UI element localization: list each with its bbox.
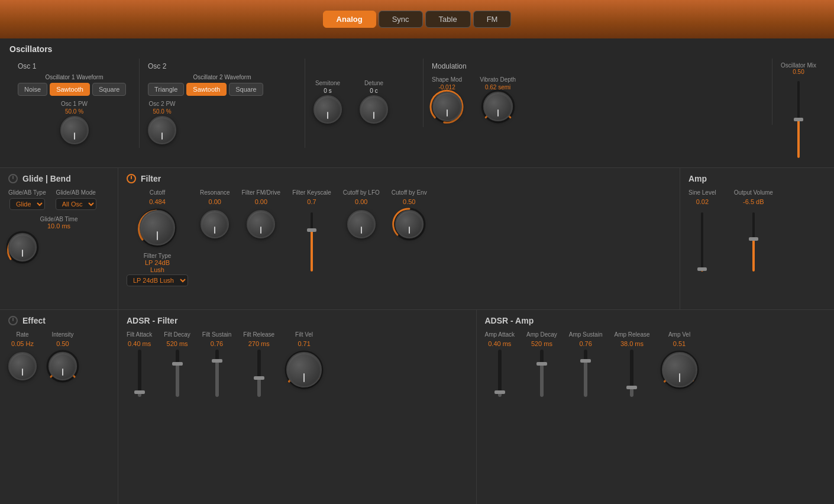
filt-vel-knob-group [286,352,322,387]
adsr-amp-title: ADSR - Amp [485,316,534,325]
cutoff-value: 0.484 [149,198,166,205]
oscillators-row: Osc 1 Oscillator 1 Waveform Noise Sawtoo… [9,59,825,161]
filt-vel-value: 0.71 [298,340,310,347]
amp-attack-slider[interactable] [498,350,502,397]
modulation-block: Modulation Shape Mod -0.012 [424,59,772,125]
glide-type-select[interactable]: Glide [9,198,45,210]
fm-drive-value: 0.00 [255,198,267,205]
osc-mix-slider-track[interactable] [797,81,800,158]
effect-header: Effect [8,316,109,325]
osc1-pw-knob[interactable] [60,116,89,144]
filt-release-col: Filt Release 270 ms [243,331,274,397]
osc2-wave-sawtooth[interactable]: Sawtooth [186,83,227,96]
fm-drive-knob[interactable] [247,210,275,238]
cutoff-env-label: Cutoff by Env [392,189,427,196]
output-volume-slider-track[interactable] [752,212,755,272]
osc2-wave-square[interactable]: Square [229,83,263,96]
effect-rate-knob[interactable] [8,352,37,380]
shape-mod-knob[interactable] [432,92,462,121]
keyscale-slider-track[interactable] [311,212,313,272]
sine-level-col: Sine Level 0.02 [688,189,716,272]
osc2-pw-knob[interactable] [148,116,176,144]
osc1-wave-sawtooth[interactable]: Sawtooth [50,83,90,96]
vibrato-depth-knob[interactable] [483,92,513,121]
glide-power-icon[interactable] [8,174,18,183]
glide-mode-col: Glide/AB Mode All Osc [56,189,96,210]
shape-mod-label: Shape Mod [432,76,462,83]
cutoff-lfo-knob-group [347,210,376,238]
filt-decay-slider[interactable] [176,350,179,397]
resonance-knob[interactable] [201,210,229,238]
effect-power-icon[interactable] [8,316,18,325]
amp-decay-slider[interactable] [540,350,544,397]
osc2-title: Osc 2 [148,62,296,70]
filt-sustain-slider[interactable] [215,350,219,397]
detune-knob-group [360,95,388,124]
shape-mod-container: Shape Mod -0.012 [432,76,462,121]
cutoff-lfo-col: Cutoff by LFO 0.00 [343,189,380,238]
osc1-wave-noise[interactable]: Noise [18,83,47,96]
filt-release-slider[interactable] [257,350,261,397]
filt-decay-value: 520 ms [167,340,188,347]
amp-sustain-col: Amp Sustain 0.76 [569,331,603,397]
effect-rate-knob-group [8,352,37,380]
osc1-wave-square[interactable]: Square [92,83,126,96]
amp-release-slider[interactable] [630,350,633,397]
amp-release-value: 38.0 ms [620,340,644,347]
sine-level-value: 0.02 [696,198,709,205]
osc2-wave-triangle[interactable]: Triangle [148,83,184,96]
amp-sustain-slider[interactable] [584,350,587,397]
osc1-waveform-btns: Noise Sawtooth Square [18,83,131,96]
cutoff-lfo-knob[interactable] [347,210,376,238]
filt-sustain-label: Filt Sustain [202,331,231,338]
osc1-pw-knob-group [60,116,89,144]
filter-power-icon[interactable] [127,174,136,183]
osc2-waveform-label: Oscillator 2 Waveform [148,74,296,80]
tab-sync[interactable]: Sync [379,11,423,28]
detune-knob[interactable] [360,95,388,124]
tab-table[interactable]: Table [425,11,471,28]
glide-time-knob[interactable] [8,233,37,261]
keyscale-value: 0.7 [307,198,316,205]
filt-vel-col: Filt Vel 0.71 [286,331,322,387]
osc2-pw-value: 50.0 % [153,108,171,115]
top-bar: Analog Sync Table FM [0,0,834,38]
filt-vel-knob[interactable] [286,352,322,387]
glide-type-col: Glide/AB Type Glide [8,189,46,210]
adsr-amp-header: ADSR - Amp [485,316,826,325]
glide-title: Glide | Bend [22,174,71,183]
effect-rate-value: 0.05 Hz [11,340,34,347]
glide-header: Glide | Bend [8,174,109,183]
filt-attack-slider[interactable] [138,350,141,397]
filter-type-select[interactable]: LP 24dB Lush [127,274,188,286]
glide-mode-select[interactable]: All Osc [56,198,96,210]
osc2-waveform-btns: Triangle Sawtooth Square [148,83,296,96]
effect-intensity-knob[interactable] [49,352,77,380]
adsr-amp-section: ADSR - Amp Amp Attack 0.40 ms Amp Decay … [477,310,835,504]
fm-drive-col: Filter FM/Drive 0.00 [242,189,281,238]
amp-release-col: Amp Release 38.0 ms [614,331,649,397]
amp-attack-value: 0.40 ms [488,340,511,347]
effect-rate-col: Rate 0.05 Hz [8,331,37,380]
amp-title: Amp [688,174,707,183]
filt-vel-label: Filt Vel [295,331,313,338]
effect-params: Rate 0.05 Hz Intensity 0.50 [8,331,109,380]
filt-attack-col: Filt Attack 0.40 ms [127,331,152,397]
tab-fm[interactable]: FM [473,11,512,28]
tab-analog[interactable]: Analog [323,11,376,28]
cutoff-env-knob[interactable] [395,210,424,238]
filter-section: Filter Cutoff 0.484 Filter Type [118,168,680,309]
amp-sustain-label: Amp Sustain [569,331,603,338]
amp-vel-knob[interactable] [662,352,697,387]
amp-section: Amp Sine Level 0.02 Output Volume -6.5 d… [680,168,834,309]
detune-label: Detune [364,80,383,86]
cutoff-knob[interactable] [140,210,175,245]
cutoff-env-col: Cutoff by Env 0.50 [392,189,427,238]
osc1-pw-label: Osc 1 PW [61,101,88,107]
semitone-knob[interactable] [313,95,342,124]
main-content: Oscillators Osc 1 Oscillator 1 Waveform … [0,38,834,504]
sine-level-slider-track[interactable] [701,212,703,272]
effect-section: Effect Rate 0.05 Hz Intensity 0.50 [0,310,118,504]
keyscale-col: Filter Keyscale 0.7 [292,189,331,272]
osc-mix-block: Oscillator Mix 0.50 [772,59,825,161]
